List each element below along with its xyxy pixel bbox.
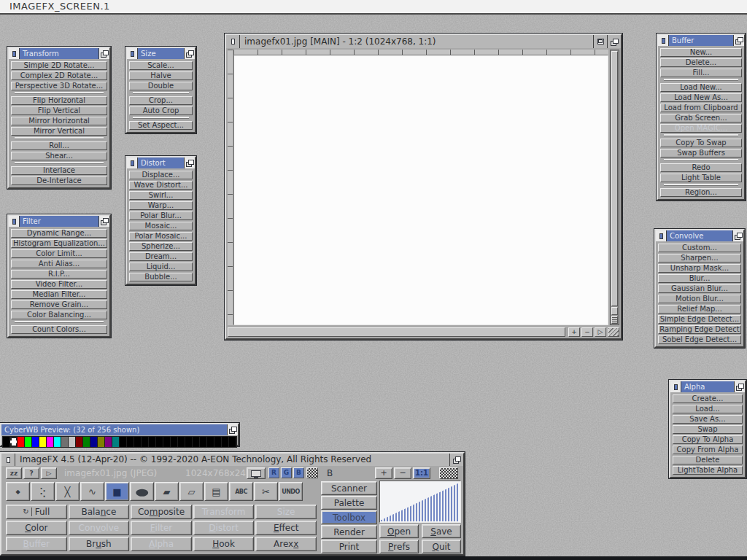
color-swatch[interactable] (61, 437, 69, 447)
panel-button[interactable]: Count Colors... (11, 325, 107, 334)
help-button[interactable]: ? (23, 467, 39, 479)
panel-button[interactable]: Custom... (658, 244, 741, 252)
panel-button[interactable]: Liquid... (129, 262, 193, 271)
color-swatch[interactable] (207, 437, 214, 447)
color-swatch[interactable] (214, 437, 222, 447)
panel-button[interactable]: Shear... (11, 152, 107, 160)
panel-button[interactable]: De-Interlace (11, 176, 107, 185)
color-swatch[interactable] (120, 437, 127, 447)
zoom-out-button[interactable]: − (394, 467, 411, 479)
panel-button[interactable]: New... (660, 48, 742, 57)
panel-button[interactable]: Roll... (11, 141, 107, 150)
panel-button[interactable]: Unsharp Mask... (658, 264, 741, 273)
color-swatch[interactable] (69, 437, 76, 447)
panel-button[interactable]: Delete (673, 456, 743, 464)
panel-button[interactable]: Light Table (660, 174, 742, 182)
vertical-scrollbar[interactable] (610, 50, 619, 325)
box-tool[interactable]: ■ (105, 482, 129, 501)
panel-button[interactable]: Copy To Alpha (673, 435, 743, 444)
panel-button[interactable]: Halve (129, 71, 193, 80)
point-tool[interactable]: ◆ (6, 482, 30, 501)
close-icon[interactable] (226, 35, 240, 48)
color-swatch[interactable] (149, 437, 156, 447)
depth-icon[interactable] (227, 424, 238, 435)
color-swatch[interactable] (90, 437, 98, 447)
panel-button[interactable]: LightTable Alpha (673, 466, 743, 475)
save-button[interactable]: Save (422, 524, 461, 538)
panel-button[interactable]: Blur... (658, 274, 741, 283)
panel-button[interactable]: Swap (673, 425, 743, 434)
panel-button[interactable]: Redo (660, 163, 742, 172)
close-icon[interactable] (658, 35, 669, 46)
close-icon[interactable] (9, 48, 20, 59)
panel-button[interactable]: Delete... (660, 58, 742, 67)
zoom-ratio-button[interactable]: 1:1 (413, 467, 430, 479)
depth-icon[interactable] (734, 381, 745, 392)
color-swatch[interactable] (163, 437, 171, 447)
scroll-lines-icon[interactable] (611, 316, 618, 324)
panel-button[interactable]: Simple 2D Rotate... (11, 61, 107, 70)
panel-button[interactable]: Polar Mosaic... (129, 232, 193, 241)
sleep-button[interactable]: zz (6, 467, 22, 479)
depth-icon[interactable] (732, 230, 743, 241)
panel-button[interactable]: Complex 2D Rotate... (11, 71, 107, 80)
depth-icon[interactable] (184, 48, 195, 59)
panel-button[interactable]: Median Filter... (11, 290, 107, 299)
panel-button[interactable]: Fill... (660, 69, 742, 77)
depth-icon[interactable] (184, 158, 195, 168)
blue-channel-button[interactable]: B (293, 467, 304, 478)
color-swatch[interactable] (229, 437, 236, 447)
image-canvas[interactable] (233, 55, 608, 325)
color-swatch[interactable] (83, 437, 90, 447)
panel-button[interactable]: Mirror Horizontal (11, 117, 107, 125)
pan-button[interactable]: ▷ (595, 327, 606, 337)
color-swatch[interactable] (127, 437, 134, 447)
panel-button[interactable]: Load New As... (660, 93, 742, 102)
color-swatch[interactable] (47, 437, 54, 447)
toolbox-button[interactable]: Toolbox (321, 510, 377, 524)
close-icon[interactable] (9, 216, 20, 227)
color-swatch[interactable] (3, 437, 10, 447)
panel-button[interactable]: Simple Edge Detect... (658, 315, 741, 324)
render-button[interactable]: Render (321, 525, 377, 539)
close-icon[interactable] (656, 230, 667, 241)
panel-button[interactable]: Ramping Edge Detect (658, 325, 741, 334)
quit-button[interactable]: Quit (422, 540, 461, 553)
palette-button[interactable]: Palette (321, 496, 377, 510)
green-channel-button[interactable]: G (281, 467, 292, 478)
depth-icon[interactable] (98, 48, 109, 59)
panel-button[interactable]: Flip Vertical (11, 106, 107, 115)
print-button[interactable]: Print (321, 540, 377, 553)
panel-button[interactable]: Scale... (129, 61, 193, 70)
panel-button[interactable]: Color Balancing... (11, 311, 107, 319)
depth-icon[interactable] (607, 35, 621, 48)
color-button[interactable]: Color (6, 521, 67, 535)
pattern-swatch[interactable] (439, 467, 458, 479)
vertical-scrollbar-thumb[interactable] (611, 51, 618, 306)
line-tool[interactable]: ╳ (55, 482, 80, 501)
zoom-out-button[interactable]: − (581, 327, 593, 337)
color-swatch[interactable] (76, 437, 83, 447)
color-swatch[interactable] (222, 437, 229, 447)
zoom-in-button[interactable]: + (568, 327, 580, 337)
text-tool[interactable]: ABC (229, 482, 253, 501)
full-button[interactable]: ↻Full (6, 505, 67, 519)
close-icon[interactable] (127, 48, 138, 59)
color-swatch[interactable] (98, 437, 105, 447)
panel-button[interactable]: Bubble... (129, 273, 193, 281)
depth-icon[interactable] (98, 216, 109, 227)
open-button[interactable]: Open (379, 524, 419, 538)
panel-button[interactable]: Load... (673, 405, 743, 413)
composite-button[interactable]: Composite (131, 505, 192, 519)
color-swatch[interactable] (185, 437, 193, 447)
display-mode-button[interactable] (247, 467, 266, 479)
panel-button[interactable]: Polar Blur... (129, 211, 193, 220)
window-zoom-icon[interactable] (593, 35, 607, 48)
panel-button[interactable]: R.I.P... (11, 270, 107, 279)
panel-button[interactable]: Mosaic... (129, 222, 193, 230)
panel-button[interactable]: Region... (660, 188, 742, 197)
panel-button[interactable]: Anti Alias... (11, 260, 107, 268)
color-swatch[interactable] (25, 437, 32, 447)
dither-swatch[interactable] (306, 467, 318, 478)
panel-button[interactable]: Video Filter... (11, 280, 107, 289)
